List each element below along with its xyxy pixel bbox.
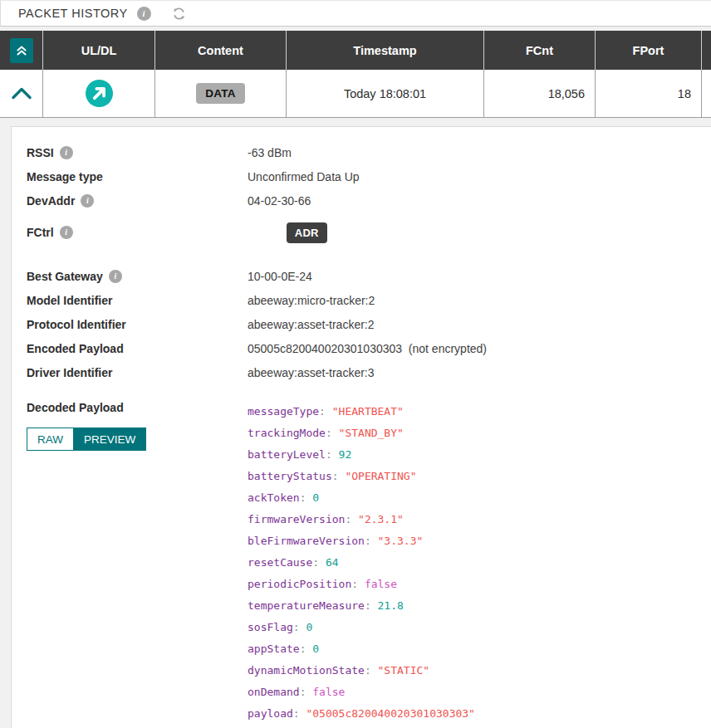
json-value: "05005c820040020301030303": [306, 707, 475, 720]
field-value: abeeway:asset-tracker:2: [248, 318, 375, 331]
json-colon: :: [293, 707, 306, 720]
json-colon: :: [351, 578, 365, 590]
json-line-ackToken: ackToken: 0: [248, 487, 711, 509]
json-value: "OPERATING": [345, 470, 416, 482]
collapse-all-cell: [0, 31, 43, 70]
field-label-text: Driver Identifier: [27, 366, 112, 379]
json-line-temperatureMeasure: temperatureMeasure: 21.8: [248, 595, 711, 617]
json-key: onDemand: [248, 686, 300, 698]
collapse-all-button[interactable]: [10, 38, 33, 63]
field-label-text: Model Identifier: [27, 294, 112, 307]
json-value: false: [365, 578, 397, 590]
field-value: abeeway:micro-tracker:2: [248, 294, 375, 307]
field-label-text: Message type: [27, 170, 103, 183]
info-icon[interactable]: i: [60, 146, 73, 159]
preview-tab[interactable]: PREVIEW: [74, 428, 145, 450]
json-colon: :: [365, 535, 378, 547]
json-key: batteryStatus: [248, 470, 332, 482]
field-label: Driver Identifier: [27, 366, 248, 379]
column-header-uldl: UL/DL: [43, 31, 155, 70]
column-header-fport: FPort: [596, 31, 702, 70]
json-line-resetCause: resetCause: 64: [248, 552, 711, 574]
decoded-payload-section: Decoded Payload RAW PREVIEW messageType:…: [27, 399, 711, 728]
raw-tab[interactable]: RAW: [27, 428, 74, 450]
json-line-deviceConfiguration: ▶deviceConfiguration: Object {"mode":"ST…: [248, 725, 711, 728]
info-icon[interactable]: i: [81, 194, 94, 208]
field-label-text: Protocol Identifier: [27, 318, 126, 331]
field-value: -63 dBm: [248, 146, 292, 159]
field-row-rssi: RSSI i -63 dBm: [27, 140, 711, 164]
field-label: Best Gateway i: [27, 270, 248, 283]
json-key: messageType: [248, 405, 319, 418]
json-key: dynamicMotionState: [248, 664, 365, 677]
json-colon: :: [319, 405, 332, 418]
field-value: 04-02-30-66: [248, 194, 311, 208]
json-key: periodicPosition: [248, 578, 351, 590]
field-label: Protocol Identifier: [27, 318, 248, 331]
info-icon[interactable]: i: [60, 226, 73, 239]
info-icon[interactable]: i: [109, 270, 122, 283]
json-line-dynamicMotionState: dynamicMotionState: "STATIC": [248, 660, 711, 682]
json-line-trackingMode: trackingMode: "STAND_BY": [248, 423, 711, 444]
chevron-double-up-icon: [15, 44, 28, 57]
json-key: temperatureMeasure: [248, 599, 365, 612]
json-value: 92: [339, 448, 352, 461]
info-icon[interactable]: i: [137, 7, 151, 21]
expand-caret-icon[interactable]: ▶: [236, 725, 240, 728]
field-label-text: FCtrl: [27, 226, 54, 239]
field-label-text: Best Gateway: [27, 270, 103, 283]
field-label-text: DevAddr: [27, 194, 75, 208]
json-key: appState: [248, 642, 300, 655]
column-header-spacer: [702, 31, 711, 70]
json-line-payload: payload: "05005c820040020301030303": [248, 703, 711, 725]
panel-header: PACKET HISTORY i: [0, 0, 711, 27]
json-line-batteryLevel: batteryLevel: 92: [248, 444, 711, 466]
json-colon: :: [365, 664, 378, 677]
json-key: firmwareVersion: [248, 513, 345, 525]
json-value: 64: [326, 556, 339, 569]
json-value: 0: [312, 491, 319, 504]
field-row-protocol-identifier: Protocol Identifier abeeway:asset-tracke…: [27, 312, 711, 336]
json-colon: :: [300, 686, 313, 698]
timestamp-cell: Today 18:08:01: [287, 70, 484, 117]
json-value: 0: [306, 621, 312, 633]
column-header-timestamp: Timestamp: [287, 31, 484, 70]
page-title: PACKET HISTORY: [18, 7, 128, 20]
json-line-periodicPosition: periodicPosition: false: [248, 574, 711, 595]
field-label: RSSI i: [27, 146, 248, 159]
refresh-button[interactable]: [171, 6, 187, 22]
field-row-fctrl: FCtrl i ADR: [27, 213, 711, 252]
json-value: "HEARTBEAT": [332, 405, 404, 418]
adr-badge: ADR: [287, 222, 327, 243]
collapse-row-button[interactable]: [11, 86, 32, 100]
data-badge: DATA: [196, 83, 245, 104]
json-key: resetCause: [248, 556, 312, 569]
json-key: batteryLevel: [248, 448, 326, 461]
table-header-row: UL/DL Content Timestamp FCnt FPort: [0, 31, 711, 70]
uldl-cell: [43, 70, 155, 117]
json-colon: :: [293, 621, 306, 633]
row-spacer-cell: [702, 70, 711, 117]
field-row-devaddr: DevAddr i 04-02-30-66: [27, 188, 711, 213]
packet-detail-card: RSSI i -63 dBm Message type Unconfirmed …: [11, 126, 711, 728]
json-value: "3.3.3": [378, 535, 424, 547]
packets-table: UL/DL Content Timestamp FCnt FPort: [0, 31, 711, 118]
content-cell: DATA: [155, 70, 287, 117]
raw-preview-toggle: RAW PREVIEW: [27, 428, 146, 451]
json-value: "STATIC": [378, 664, 430, 677]
json-colon: :: [332, 470, 346, 482]
field-label: DevAddr i: [27, 194, 248, 208]
uplink-icon: [86, 80, 113, 107]
json-value: "2.3.1": [358, 513, 404, 525]
field-row-encoded-payload: Encoded Payload 05005c820040020301030303…: [27, 336, 711, 360]
json-line-firmwareVersion: firmwareVersion: "2.3.1": [248, 509, 711, 530]
json-key: sosFlag: [248, 621, 293, 633]
json-colon: :: [345, 513, 358, 525]
field-label: FCtrl i: [27, 226, 248, 239]
packet-row[interactable]: DATA Today 18:08:01 18,056 18: [0, 70, 711, 118]
json-colon: :: [300, 642, 313, 655]
json-value: "STAND_BY": [339, 427, 404, 439]
json-value: 0: [312, 642, 319, 655]
column-header-content: Content: [155, 31, 287, 70]
field-label-text: RSSI: [27, 146, 54, 159]
